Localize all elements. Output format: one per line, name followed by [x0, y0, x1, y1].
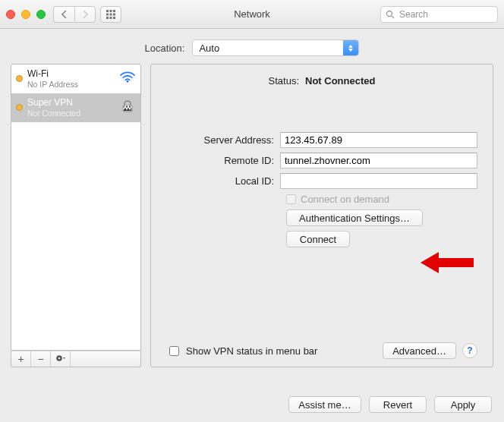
sidebar-item-vpn[interactable]: Super VPN Not Connected — [11, 93, 140, 122]
show-vpn-status-label: Show VPN status in menu bar — [186, 345, 317, 357]
status-value: Not Connected — [305, 75, 375, 87]
titlebar: Network Search — [0, 0, 504, 29]
detail-pane: Status: Not Connected Server Address: Re… — [150, 64, 493, 367]
minimize-window-icon[interactable] — [21, 10, 30, 19]
bottom-buttons: Assist me… Revert Apply — [288, 396, 492, 413]
remove-service-button[interactable]: − — [31, 351, 51, 367]
server-address-field[interactable] — [280, 132, 477, 148]
service-name: Super VPN — [27, 98, 80, 109]
status-label: Status: — [269, 75, 299, 87]
service-sub: Not Connected — [27, 109, 80, 118]
location-row: Location: Auto — [0, 29, 504, 64]
remote-id-label: Remote ID: — [166, 155, 280, 166]
location-label: Location: — [145, 43, 185, 54]
svg-rect-0 — [106, 10, 109, 12]
connect-on-demand-checkbox — [286, 194, 296, 204]
svg-rect-4 — [110, 13, 112, 15]
svg-point-9 — [387, 11, 392, 16]
forward-button[interactable] — [74, 6, 96, 23]
zoom-window-icon[interactable] — [36, 10, 46, 19]
authentication-settings-button[interactable]: Authentication Settings… — [286, 209, 423, 226]
assist-me-button[interactable]: Assist me… — [288, 396, 361, 413]
svg-rect-5 — [113, 13, 115, 15]
chevron-up-down-icon — [343, 40, 358, 55]
show-vpn-status-checkbox[interactable] — [169, 346, 179, 356]
local-id-field[interactable] — [280, 173, 477, 189]
service-options-button[interactable] — [51, 351, 71, 367]
svg-rect-8 — [113, 17, 115, 19]
svg-rect-6 — [106, 17, 109, 19]
svg-point-11 — [127, 80, 129, 83]
advanced-button[interactable]: Advanced… — [383, 342, 456, 359]
window-controls — [6, 10, 46, 19]
server-address-label: Server Address: — [166, 134, 280, 146]
svg-point-15 — [58, 357, 60, 360]
apply-button[interactable]: Apply — [434, 396, 492, 413]
svg-line-10 — [392, 16, 394, 18]
help-button[interactable]: ? — [462, 343, 477, 358]
close-window-icon[interactable] — [6, 10, 15, 19]
back-button[interactable] — [53, 6, 74, 23]
sidebar-item-wifi[interactable]: Wi-Fi No IP Address — [11, 65, 140, 93]
add-service-button[interactable]: + — [11, 351, 31, 367]
svg-rect-1 — [110, 10, 112, 12]
connect-button[interactable]: Connect — [286, 231, 350, 247]
main-area: Wi-Fi No IP Address Super VPN Not Connec… — [0, 64, 504, 367]
status-row: Status: Not Connected — [166, 75, 477, 87]
show-all-button[interactable] — [100, 6, 121, 23]
sidebar: Wi-Fi No IP Address Super VPN Not Connec… — [11, 64, 141, 367]
service-sub: No IP Address — [27, 80, 78, 89]
remote-id-field[interactable] — [280, 153, 477, 168]
status-dot-icon — [16, 75, 23, 82]
service-list: Wi-Fi No IP Address Super VPN Not Connec… — [11, 64, 141, 351]
location-select[interactable]: Auto — [192, 39, 359, 56]
search-placeholder: Search — [399, 9, 428, 20]
revert-button[interactable]: Revert — [369, 396, 427, 413]
connect-on-demand-label: Connect on demand — [301, 194, 389, 205]
nav-back-forward — [53, 6, 96, 23]
service-name: Wi-Fi — [27, 69, 78, 80]
sidebar-footer: + − — [11, 351, 141, 367]
svg-rect-7 — [110, 17, 112, 19]
status-dot-icon — [16, 104, 23, 111]
local-id-label: Local ID: — [166, 175, 280, 187]
search-icon — [386, 10, 395, 19]
search-input[interactable]: Search — [380, 6, 498, 23]
location-value: Auto — [199, 43, 219, 54]
svg-rect-2 — [113, 10, 115, 12]
lock-icon — [119, 98, 136, 115]
svg-rect-3 — [106, 13, 109, 15]
wifi-icon — [119, 69, 136, 85]
